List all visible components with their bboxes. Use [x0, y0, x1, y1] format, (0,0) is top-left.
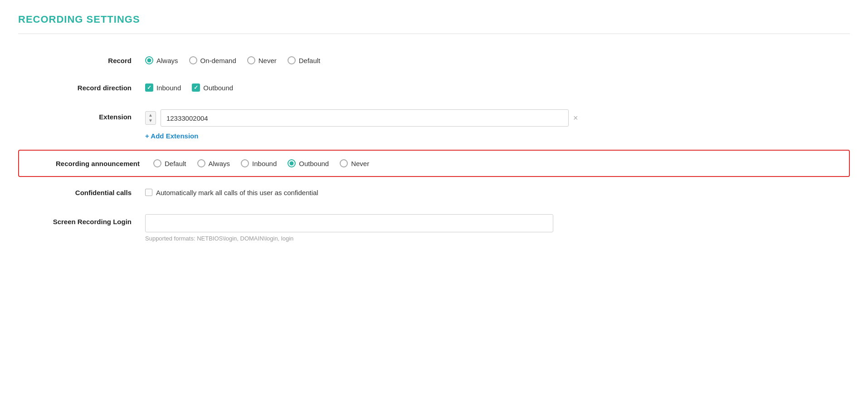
extension-input-wrapper: ▲ ▼ × [145, 109, 578, 127]
confidential-checkbox-label: Automatically mark all calls of this use… [156, 189, 318, 196]
extension-controls: ▲ ▼ × + Add Extension [145, 109, 578, 140]
page-title: RECORDING SETTINGS [18, 14, 850, 25]
announcement-always-label: Always [209, 160, 230, 167]
record-direction-controls: Inbound Outbound [145, 83, 233, 92]
extension-clear-button[interactable]: × [573, 114, 578, 122]
record-inbound-label: Inbound [156, 84, 181, 92]
record-direction-row: Record direction Inbound Outbound [18, 74, 850, 101]
record-inbound-checkbox[interactable] [145, 83, 153, 92]
page-container: RECORDING SETTINGS Record Always On-dema… [0, 0, 868, 264]
record-label: Record [18, 57, 145, 64]
confidential-calls-controls: Automatically mark all calls of this use… [145, 189, 318, 196]
stepper-down-icon: ▼ [148, 118, 153, 123]
announcement-default-label: Default [165, 160, 186, 167]
announcement-outbound-option[interactable]: Outbound [288, 159, 329, 167]
record-outbound-checkbox[interactable] [192, 83, 200, 92]
announcement-never-label: Never [351, 160, 369, 167]
section-divider [18, 34, 850, 34]
record-ondemand-label: On-demand [200, 57, 236, 64]
screen-recording-col: Supported formats: NETBIOS\login, DOMAIN… [145, 214, 553, 242]
screen-recording-label: Screen Recording Login [18, 214, 145, 226]
record-inbound-option[interactable]: Inbound [145, 83, 181, 92]
screen-recording-helper: Supported formats: NETBIOS\login, DOMAIN… [145, 235, 553, 242]
record-outbound-option[interactable]: Outbound [192, 83, 233, 92]
extension-row: Extension ▲ ▼ × + Add Extension [18, 101, 850, 148]
record-ondemand-option[interactable]: On-demand [189, 56, 236, 64]
confidential-calls-label: Confidential calls [18, 189, 145, 196]
record-default-radio[interactable] [288, 56, 296, 64]
record-default-option[interactable]: Default [288, 56, 321, 64]
record-never-label: Never [258, 57, 277, 64]
recording-announcement-row: Recording announcement Default Always In… [18, 150, 850, 177]
extension-input[interactable] [161, 109, 569, 127]
confidential-checkbox[interactable] [145, 189, 152, 196]
record-always-label: Always [156, 57, 178, 64]
add-extension-link[interactable]: + Add Extension [145, 132, 578, 140]
confidential-calls-row: Confidential calls Automatically mark al… [18, 179, 850, 206]
announcement-outbound-label: Outbound [299, 160, 329, 167]
record-outbound-label: Outbound [203, 84, 233, 92]
announcement-inbound-radio[interactable] [241, 159, 249, 167]
record-ondemand-radio[interactable] [189, 56, 197, 64]
screen-recording-row: Screen Recording Login Supported formats… [18, 206, 850, 250]
confidential-checkbox-option[interactable]: Automatically mark all calls of this use… [145, 189, 318, 196]
record-never-radio[interactable] [247, 56, 255, 64]
record-direction-label: Record direction [18, 84, 145, 92]
recording-announcement-controls: Default Always Inbound Outbound Never [153, 159, 369, 167]
announcement-always-option[interactable]: Always [197, 159, 230, 167]
announcement-never-radio[interactable] [340, 159, 348, 167]
record-never-option[interactable]: Never [247, 56, 277, 64]
record-controls: Always On-demand Never Default [145, 56, 320, 64]
stepper-up-icon: ▲ [148, 113, 153, 118]
announcement-inbound-label: Inbound [252, 160, 277, 167]
record-always-radio[interactable] [145, 56, 153, 64]
recording-announcement-label: Recording announcement [26, 160, 153, 167]
settings-form: Record Always On-demand Never Default [18, 47, 850, 250]
record-always-option[interactable]: Always [145, 56, 178, 64]
announcement-never-option[interactable]: Never [340, 159, 369, 167]
announcement-always-radio[interactable] [197, 159, 205, 167]
announcement-default-radio[interactable] [153, 159, 161, 167]
extension-label: Extension [18, 109, 145, 121]
announcement-default-option[interactable]: Default [153, 159, 186, 167]
record-row: Record Always On-demand Never Default [18, 47, 850, 74]
record-default-label: Default [299, 57, 321, 64]
screen-recording-input[interactable] [145, 214, 553, 232]
announcement-inbound-option[interactable]: Inbound [241, 159, 277, 167]
extension-stepper[interactable]: ▲ ▼ [145, 111, 156, 125]
announcement-outbound-radio[interactable] [288, 159, 296, 167]
